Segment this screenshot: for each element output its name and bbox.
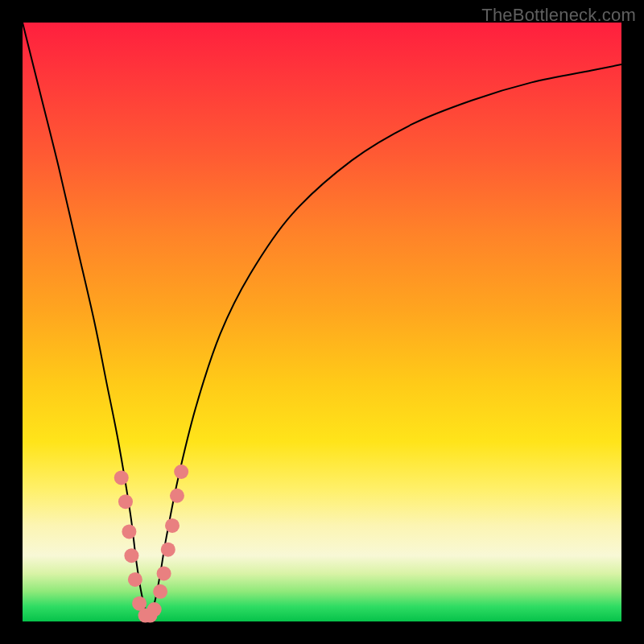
chart-frame: TheBottleneck.com xyxy=(0,0,644,644)
data-marker xyxy=(114,470,129,485)
chart-svg xyxy=(23,23,621,621)
data-marker xyxy=(157,566,171,580)
data-marker xyxy=(153,584,167,599)
plot-area xyxy=(23,23,621,621)
data-marker xyxy=(118,494,133,509)
data-marker xyxy=(128,572,142,587)
watermark-text: TheBottleneck.com xyxy=(481,5,636,26)
data-marker xyxy=(165,518,180,533)
data-marker xyxy=(124,548,138,563)
data-marker xyxy=(122,524,136,539)
data-marker xyxy=(147,602,162,617)
data-marker xyxy=(161,543,175,557)
data-marker xyxy=(170,489,184,503)
bottleneck-curve xyxy=(23,23,621,616)
data-marker xyxy=(174,464,188,479)
marker-group xyxy=(114,464,188,623)
